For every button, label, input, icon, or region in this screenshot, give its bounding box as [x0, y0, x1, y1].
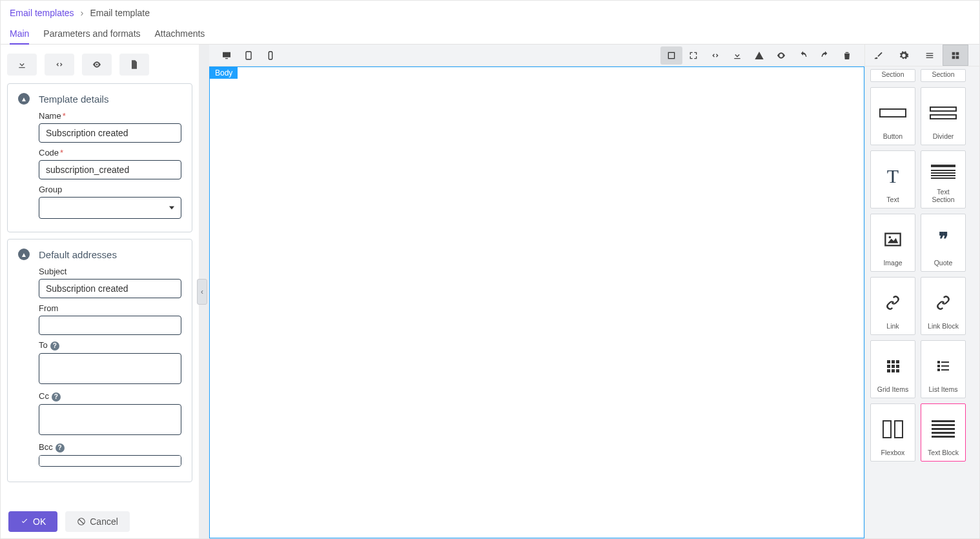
block-quote[interactable]: ❞ Quote: [921, 214, 966, 272]
tab-main[interactable]: Main: [10, 25, 29, 44]
link-block-icon: [935, 294, 952, 311]
block-text[interactable]: T Text: [870, 150, 915, 208]
code-label: Code*: [39, 148, 181, 158]
footer-actions: OK Cancel: [1, 505, 199, 538]
name-input[interactable]: [39, 123, 181, 143]
block-flexbox[interactable]: Flexbox: [870, 403, 915, 462]
preview-button[interactable]: [82, 54, 112, 76]
name-label: Name*: [39, 111, 181, 121]
svg-rect-6: [887, 360, 890, 363]
help-icon[interactable]: ?: [50, 341, 59, 351]
settings-tab-button[interactable]: [891, 45, 917, 66]
flexbox-icon: [883, 420, 903, 438]
bcc-label: Bcc?: [39, 442, 181, 453]
warnings-button[interactable]: [748, 46, 770, 65]
cancel-button[interactable]: Cancel: [65, 511, 130, 532]
source-button[interactable]: [45, 54, 74, 76]
block-text-section[interactable]: Text Section: [921, 150, 966, 208]
image-icon: [881, 230, 904, 249]
svg-rect-14: [896, 369, 899, 372]
from-input[interactable]: [39, 316, 181, 335]
tablet-icon: [243, 50, 254, 61]
collapse-toggle[interactable]: ▲: [18, 93, 30, 105]
eye-icon: [776, 50, 786, 61]
tab-parameters-and-formats[interactable]: Parameters and formats: [43, 25, 140, 44]
subject-input[interactable]: [39, 279, 181, 298]
svg-rect-0: [246, 52, 251, 59]
block-button[interactable]: Button: [870, 87, 915, 145]
eye-icon: [92, 59, 102, 70]
text-block-icon: [932, 420, 955, 438]
collapse-toggle[interactable]: ▲: [18, 249, 30, 260]
group-label: Group: [39, 185, 181, 194]
check-icon: [20, 517, 29, 526]
cc-input[interactable]: [39, 404, 181, 435]
svg-rect-2: [668, 52, 674, 58]
styles-tab-button[interactable]: [865, 45, 891, 66]
block-text-block[interactable]: Text Block: [921, 403, 966, 462]
block-link-block[interactable]: Link Block: [921, 277, 966, 335]
subject-label: Subject: [39, 267, 181, 276]
svg-rect-7: [892, 360, 895, 363]
block-image[interactable]: Image: [870, 214, 915, 272]
import-button[interactable]: [726, 46, 748, 65]
panel-splitter[interactable]: ‹: [199, 45, 209, 538]
download-button[interactable]: [7, 54, 37, 76]
expand-icon: [688, 50, 699, 61]
svg-rect-13: [892, 369, 895, 372]
svg-rect-8: [896, 360, 899, 363]
device-tablet-button[interactable]: [238, 46, 260, 65]
svg-rect-9: [887, 365, 890, 368]
cancel-icon: [77, 517, 86, 526]
file-icon: [129, 59, 139, 70]
document-button[interactable]: [119, 54, 149, 76]
code-icon: [54, 59, 65, 70]
mobile-icon: [265, 50, 276, 61]
fullscreen-button[interactable]: [682, 46, 704, 65]
editor-canvas[interactable]: Body: [209, 66, 864, 538]
outline-toggle-button[interactable]: [660, 46, 682, 65]
code-view-button[interactable]: [704, 46, 726, 65]
blocks-tab-button[interactable]: [943, 45, 968, 66]
cc-label: Cc?: [39, 391, 181, 402]
breadcrumb-parent-link[interactable]: Email templates: [10, 8, 74, 18]
undo-button[interactable]: [792, 46, 814, 65]
gear-icon: [899, 50, 909, 61]
redo-button[interactable]: [814, 46, 836, 65]
divider-icon: [930, 107, 957, 119]
preview-toggle-button[interactable]: [770, 46, 792, 65]
desktop-icon: [221, 50, 232, 61]
tab-attachments[interactable]: Attachments: [155, 25, 205, 44]
block-link[interactable]: Link: [870, 277, 915, 335]
ok-button[interactable]: OK: [8, 511, 57, 532]
group-select[interactable]: [39, 197, 181, 219]
default-addresses-card: ▲ Default addresses Subject From To? Cc?: [7, 239, 192, 482]
block-section[interactable]: Section: [921, 69, 966, 82]
block-list-items[interactable]: List Items: [921, 340, 966, 398]
layers-tab-button[interactable]: [917, 45, 943, 66]
help-icon[interactable]: ?: [52, 392, 61, 402]
menu-icon: [924, 50, 935, 61]
left-panel: ▲ Template details Name* Code* Group: [1, 45, 199, 538]
brush-icon: [873, 50, 883, 61]
template-action-bar: [7, 51, 192, 83]
clear-button[interactable]: [836, 46, 858, 65]
blocks-palette: Section Section Button Divider T Text Te…: [870, 69, 974, 462]
help-icon[interactable]: ?: [56, 443, 65, 453]
block-grid-items[interactable]: Grid Items: [870, 340, 915, 398]
svg-rect-18: [941, 365, 949, 367]
device-mobile-button[interactable]: [260, 46, 281, 65]
bcc-input[interactable]: [39, 455, 181, 467]
svg-rect-17: [937, 365, 940, 367]
block-section[interactable]: Section: [870, 69, 915, 82]
redo-icon: [820, 50, 830, 61]
svg-rect-19: [937, 369, 940, 371]
canvas-body-tag[interactable]: Body: [210, 67, 238, 79]
svg-rect-12: [887, 369, 890, 372]
block-divider[interactable]: Divider: [921, 87, 966, 145]
device-desktop-button[interactable]: [216, 46, 238, 65]
to-input[interactable]: [39, 353, 181, 384]
code-input[interactable]: [39, 160, 181, 179]
collapse-left-handle[interactable]: ‹: [197, 279, 207, 305]
text-icon: T: [887, 165, 899, 187]
